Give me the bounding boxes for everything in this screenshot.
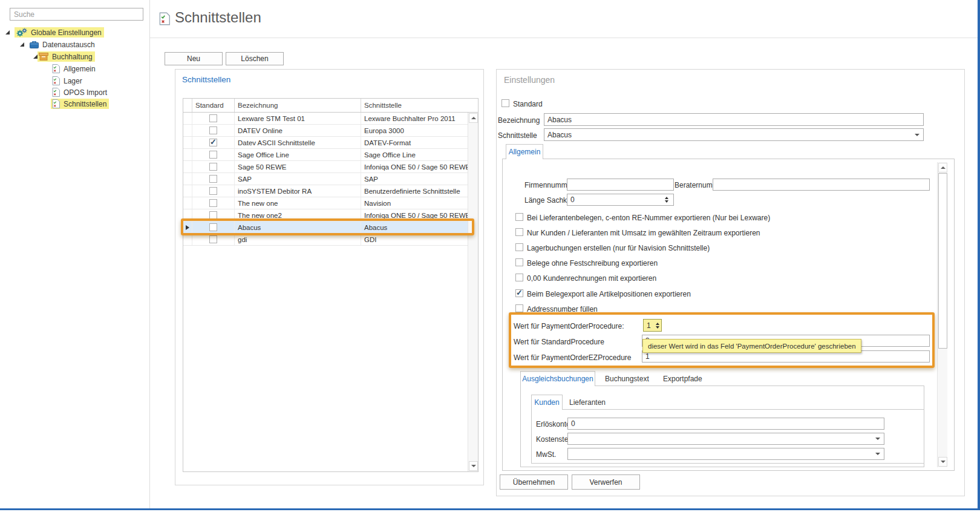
firmennummer-input[interactable] [567,179,674,191]
document-icon [52,64,60,73]
spin-up-icon[interactable] [665,197,668,199]
table-row[interactable]: Sage Office Line Sage Office Line [183,149,478,161]
chevron-down-icon[interactable] [875,438,880,440]
standard-label: Standard [513,100,543,108]
table-row[interactable]: DATEV Online Europa 3000 [183,125,478,137]
standard-checkbox[interactable] [209,139,217,146]
checkbox-addressnumber-fuellen[interactable] [515,304,523,312]
arrow-up-icon [471,117,476,119]
schnittstelle-dropdown[interactable]: Abacus [544,128,924,141]
tab-buchungstext[interactable]: Buchungstext [605,375,649,383]
checkbox-null-kundenrechnungen[interactable] [515,274,523,281]
tree-expander-icon[interactable] [20,42,24,47]
briefcase-icon [30,41,39,48]
cell-bezeichnung: The new one [235,197,361,209]
standard-checkbox[interactable] [209,211,217,219]
table-scrollbar[interactable] [468,113,478,471]
window-bottom-border [0,508,980,510]
tab-exportpfade[interactable]: Exportpfade [663,375,702,383]
standard-checkbox[interactable] [209,235,217,243]
column-header-bezeichnung[interactable]: Bezeichnung [235,99,361,112]
erloeskonto-input[interactable]: 0 [567,418,884,430]
document-icon [52,76,60,85]
payment-order-procedure-spinner[interactable]: 1 [643,319,662,332]
column-header-schnittstelle[interactable]: Schnittstelle [361,99,478,112]
laenge-sachkonto-spinner[interactable]: 0 [567,194,674,206]
option-label: Addressnumber füllen [527,305,598,313]
checkbox-belege-ohne-festschreibung[interactable] [515,258,523,266]
option-label: 0,00 Kundenrechnungen mit exportieren [527,274,656,283]
cell-schnittstelle: Infoniqa ONE 50 / Sage 50 REWE [361,209,478,221]
standard-checkbox-settings[interactable] [501,99,509,107]
cell-bezeichnung: Datev ASCII Schnittstelle [235,137,361,148]
cell-bezeichnung: SAP [235,173,361,185]
settings-scrollbar[interactable] [937,162,947,467]
new-button[interactable]: Neu [165,52,223,65]
checkbox-lagerbuchungen[interactable] [515,243,523,251]
option-label: Beim Belegexport alle Artikelpositionen … [527,290,691,298]
standard-checkbox[interactable] [209,187,217,195]
standard-checkbox[interactable] [209,126,217,134]
standard-checkbox[interactable] [209,151,217,159]
search-input[interactable] [10,8,143,21]
table-row[interactable]: gdi GDI [183,234,478,246]
page-title: Schnittstellen [175,9,261,26]
sidebar-item-label: Globale Einstellungen [31,28,102,37]
chevron-down-icon[interactable] [875,453,880,455]
arrow-up-icon [941,166,946,169]
tab-lieferanten[interactable]: Lieferanten [569,398,606,407]
cell-schnittstelle: Lexware Buchhalter Pro 2011 [361,113,478,124]
checkbox-lieferantenbelegen-re-nummer[interactable] [515,213,523,221]
standard-checkbox[interactable] [209,199,217,207]
standard-checkbox[interactable] [209,114,217,122]
table-row[interactable]: Sage 50 REWE Infoniqa ONE 50 / Sage 50 R… [183,161,478,173]
tab-ausgleichsbuchungen[interactable]: Ausgleichsbuchungen [520,371,595,386]
table-row[interactable]: inoSYSTEM Debitor RA Benutzerdefinierte … [183,185,478,197]
tree-expander-icon[interactable] [33,54,38,59]
scroll-up-button[interactable] [938,163,947,172]
scroll-down-button[interactable] [938,457,947,467]
standard-checkbox[interactable] [209,223,217,231]
chevron-down-icon[interactable] [915,134,920,136]
option-label: Bei Lieferantenbelegen, c-enton RE-Numme… [527,214,770,222]
column-header-standard[interactable]: Standard [192,99,235,112]
scroll-up-button[interactable] [469,113,478,123]
scroll-down-button[interactable] [469,461,478,471]
spin-down-icon[interactable] [656,326,659,329]
table-row-selected[interactable]: Abacus Abacus [183,222,478,234]
apply-button[interactable]: Übernehmen [500,474,568,490]
document-icon [52,88,60,97]
discard-button[interactable]: Verwerfen [572,474,640,490]
cell-bezeichnung: Abacus [235,222,361,233]
scrollbar-thumb[interactable] [938,173,947,349]
cell-schnittstelle: GDI [361,234,478,245]
standard-checkbox[interactable] [209,175,217,183]
sidebar-item-label: Schnittstellen [64,100,106,108]
table-row[interactable]: SAP SAP [183,173,478,185]
tab-allgemein[interactable]: Allgemein [506,144,543,159]
kostenstelle-dropdown[interactable] [567,433,884,445]
beraternummer-input[interactable] [713,179,930,191]
interfaces-group-title: Schnittstellen [182,75,230,84]
delete-button[interactable]: Löschen [226,52,284,65]
table-row[interactable]: Lexware STM Test 01 Lexware Buchhalter P… [183,113,478,125]
checkbox-belegexport-artikelpositionen[interactable] [515,289,523,297]
spin-up-icon[interactable] [656,323,659,325]
standard-checkbox[interactable] [209,163,217,171]
sidebar-item-label: OPOS Import [64,88,107,97]
spin-down-icon[interactable] [665,200,668,203]
table-row[interactable]: Datev ASCII Schnittstelle DATEV-Format [183,137,478,149]
payment-order-procedure-value: 1 [647,321,651,330]
mwst-dropdown[interactable] [567,448,884,460]
tree-expander-icon[interactable] [5,30,10,34]
table-row[interactable]: The new one Navision [183,197,478,209]
tab-kunden[interactable]: Kunden [531,395,563,410]
checkbox-nur-kunden-mit-umsatz[interactable] [515,228,523,236]
laenge-sachkonto-value: 0 [570,195,575,204]
page-title-icon [159,12,170,28]
payment-order-procedure-label: Wert für PaymentOrderProcedure: [514,322,624,330]
table-row[interactable]: The new one2 Infoniqa ONE 50 / Sage 50 R… [183,209,478,222]
arrow-down-icon [941,461,946,463]
bezeichnung-input[interactable]: Abacus [544,113,924,126]
mwst-label: MwSt. [536,450,556,459]
